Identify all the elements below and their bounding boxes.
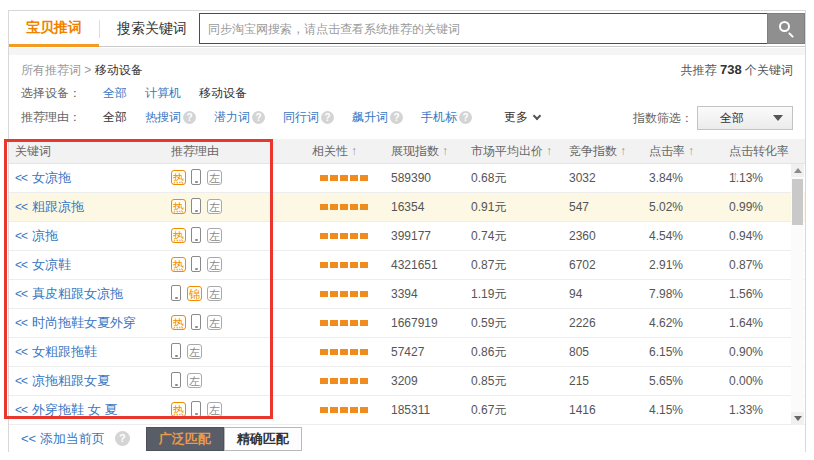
reason-option-0[interactable]: 全部 bbox=[103, 109, 127, 126]
avg-price-cell: 0.68元 bbox=[471, 164, 569, 192]
scroll-down-button[interactable] bbox=[791, 412, 804, 425]
phone-icon bbox=[191, 227, 201, 243]
impressions-cell: 185311 bbox=[391, 396, 471, 424]
dropdown-arrow-icon bbox=[773, 115, 783, 121]
relevance-bar-segment bbox=[320, 233, 328, 239]
column-header-8[interactable]: 点击转化率↑ bbox=[729, 139, 789, 163]
cvr-cell: 1.13% bbox=[729, 164, 789, 192]
column-header-6[interactable]: 竞争指数↑ bbox=[569, 139, 649, 163]
left-badge: 左 bbox=[207, 228, 222, 243]
competition-cell: 2360 bbox=[569, 222, 649, 250]
device-option-1[interactable]: 计算机 bbox=[145, 85, 181, 102]
column-header-3[interactable]: 相关性↑ bbox=[312, 139, 391, 163]
column-header-4[interactable]: 展现指数↑ bbox=[391, 139, 471, 163]
add-current-page-link[interactable]: << 添加当前页 bbox=[21, 430, 105, 448]
relevance-bars bbox=[312, 338, 391, 366]
sort-arrow-icon[interactable]: ↑ bbox=[546, 144, 552, 158]
help-icon[interactable]: ? bbox=[115, 431, 130, 446]
add-keyword-icon[interactable]: << bbox=[15, 200, 27, 214]
keyword-link[interactable]: 女凉拖 bbox=[32, 170, 71, 185]
left-badge: 左 bbox=[207, 286, 222, 301]
sort-arrow-icon[interactable]: ↑ bbox=[688, 144, 694, 158]
broad-match-button[interactable]: 广泛匹配 bbox=[146, 427, 224, 451]
column-header-5[interactable]: 市场平均出价↑ bbox=[471, 139, 569, 163]
scrollbar-thumb[interactable] bbox=[792, 179, 803, 225]
reason-cell: 热左 bbox=[171, 193, 312, 221]
more-dropdown[interactable]: 更多 bbox=[504, 109, 540, 126]
keyword-link[interactable]: 女粗跟拖鞋 bbox=[32, 344, 97, 359]
add-keyword-icon[interactable]: << bbox=[15, 258, 27, 272]
hot-badge: 热 bbox=[171, 402, 186, 417]
table-row: <<时尚拖鞋女夏外穿热左16679190.59元22264.62%1.64% bbox=[9, 309, 805, 338]
reason-option-2[interactable]: 潜力词? bbox=[214, 109, 265, 126]
table-row: <<女粗跟拖鞋左574270.86元8056.15%0.90% bbox=[9, 338, 805, 367]
competition-cell: 1416 bbox=[569, 396, 649, 424]
add-keyword-icon[interactable]: << bbox=[15, 345, 27, 359]
keyword-cell: <<女凉鞋 bbox=[15, 251, 171, 279]
keyword-cell: <<时尚拖鞋女夏外穿 bbox=[15, 309, 171, 337]
phone-icon bbox=[191, 256, 201, 272]
keyword-link[interactable]: 凉拖粗跟女夏 bbox=[32, 373, 110, 388]
keyword-cell: <<外穿拖鞋 女 夏 bbox=[15, 396, 171, 424]
keyword-table: 关键词推荐理由相关性↑展现指数↑市场平均出价↑竞争指数↑点击率↑点击转化率↑ <… bbox=[9, 139, 805, 425]
hot-badge: 热 bbox=[171, 170, 186, 185]
help-icon[interactable]: ? bbox=[183, 111, 196, 124]
keyword-link[interactable]: 凉拖 bbox=[32, 228, 58, 243]
breadcrumb-root[interactable]: 所有推荐词 bbox=[21, 63, 81, 77]
add-keyword-icon[interactable]: << bbox=[15, 229, 27, 243]
add-keyword-icon[interactable]: << bbox=[15, 374, 27, 388]
add-keyword-icon[interactable]: << bbox=[15, 287, 27, 301]
add-keyword-icon[interactable]: << bbox=[15, 403, 27, 417]
relevance-bar-segment bbox=[350, 378, 358, 384]
reason-option-1[interactable]: 热搜词? bbox=[145, 109, 196, 126]
avg-price-cell: 0.67元 bbox=[471, 396, 569, 424]
column-header-7[interactable]: 点击率↑ bbox=[649, 139, 729, 163]
column-header-label: 点击率 bbox=[649, 144, 685, 158]
keyword-cell: <<女粗跟拖鞋 bbox=[15, 338, 171, 366]
left-badge: 左 bbox=[207, 199, 222, 214]
help-icon[interactable]: ? bbox=[459, 111, 472, 124]
keyword-link[interactable]: 粗跟凉拖 bbox=[32, 199, 84, 214]
keyword-link[interactable]: 女凉鞋 bbox=[32, 257, 71, 272]
keyword-link[interactable]: 外穿拖鞋 女 夏 bbox=[32, 402, 117, 417]
table-row: <<凉拖热左3991770.74元23604.54%0.94% bbox=[9, 222, 805, 251]
keyword-link[interactable]: 真皮粗跟女凉拖 bbox=[32, 286, 123, 301]
relevance-bar-segment bbox=[360, 320, 368, 326]
reason-option-4[interactable]: 飙升词? bbox=[352, 109, 403, 126]
add-keyword-icon[interactable]: << bbox=[15, 316, 27, 330]
tab-search-keywords[interactable]: 搜索关键词 bbox=[100, 11, 204, 46]
left-badge: 左 bbox=[187, 344, 202, 359]
help-icon[interactable]: ? bbox=[252, 111, 265, 124]
sort-arrow-icon[interactable]: ↑ bbox=[442, 144, 448, 158]
tab-shadow-strip bbox=[9, 48, 805, 55]
keyword-cell: <<粗跟凉拖 bbox=[15, 193, 171, 221]
sort-arrow-icon[interactable]: ↑ bbox=[620, 144, 626, 158]
reason-option-3[interactable]: 同行词? bbox=[283, 109, 334, 126]
phone-icon bbox=[171, 372, 181, 388]
search-input[interactable] bbox=[199, 13, 767, 44]
scroll-up-button[interactable] bbox=[791, 164, 804, 177]
keyword-link[interactable]: 时尚拖鞋女夏外穿 bbox=[32, 315, 136, 330]
relevance-bar-segment bbox=[350, 204, 358, 210]
help-icon[interactable]: ? bbox=[321, 111, 334, 124]
index-filter-dropdown[interactable]: 全部 bbox=[697, 106, 793, 130]
help-icon[interactable]: ? bbox=[390, 111, 403, 124]
breadcrumb: 所有推荐词 > 移动设备 bbox=[21, 62, 143, 79]
device-option-2[interactable]: 移动设备 bbox=[199, 85, 247, 102]
column-header-label: 关键词 bbox=[15, 144, 51, 158]
device-option-0[interactable]: 全部 bbox=[103, 85, 127, 102]
relevance-bar-segment bbox=[320, 378, 328, 384]
reason-cell: 左 bbox=[171, 338, 312, 366]
impressions-cell: 16354 bbox=[391, 193, 471, 221]
add-keyword-icon[interactable]: << bbox=[15, 171, 27, 185]
device-filter-label: 选择设备： bbox=[21, 85, 103, 102]
tab-item-recommend[interactable]: 宝贝推词 bbox=[9, 11, 99, 47]
search-button[interactable] bbox=[767, 13, 805, 44]
reason-option-5[interactable]: 手机标? bbox=[421, 109, 472, 126]
impressions-cell: 57427 bbox=[391, 338, 471, 366]
tab-bar: 宝贝推词 搜索关键词 bbox=[9, 11, 805, 47]
sort-arrow-icon[interactable]: ↑ bbox=[351, 144, 357, 158]
exact-match-button[interactable]: 精确匹配 bbox=[224, 427, 302, 451]
relevance-bar-segment bbox=[320, 262, 328, 268]
more-label: 更多 bbox=[504, 109, 528, 126]
